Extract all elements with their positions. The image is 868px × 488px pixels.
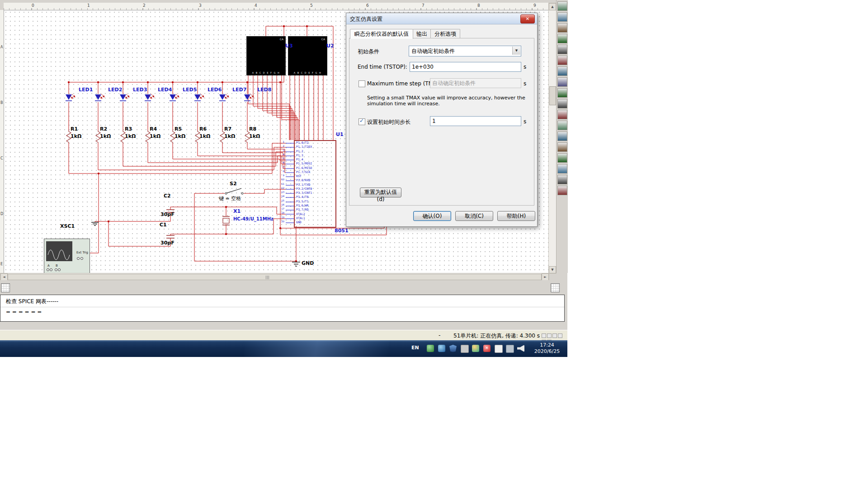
reset-defaults-button[interactable]: 重置为默认值(d) (360, 188, 401, 197)
volume-icon[interactable] (517, 345, 524, 352)
resistor-label[interactable]: R5 (175, 126, 182, 132)
resistor-label[interactable]: R6 (199, 126, 207, 132)
resistor-label[interactable]: R4 (150, 126, 157, 132)
mcu-pin-label: GND (296, 221, 333, 225)
tmax-checkbox[interactable] (359, 80, 365, 87)
ruler-number: 6 (366, 3, 369, 8)
scope-ext-terminal[interactable] (77, 257, 80, 260)
vertical-scroll-thumb[interactable] (549, 86, 556, 105)
led-label[interactable]: LED2 (108, 87, 122, 93)
mcu-pin-label: XTAL1 (296, 216, 333, 221)
bode-plotter-icon[interactable] (557, 56, 567, 65)
clipboard-icon[interactable] (495, 345, 503, 353)
dialog-title: 交互仿真设置 (350, 15, 382, 23)
mcu-pin-label: P3.2/INT0 (296, 187, 333, 191)
antivirus-icon[interactable] (472, 345, 479, 352)
wattmeter-icon[interactable] (557, 23, 567, 33)
capacitor-ref-label[interactable]: C1 (160, 222, 167, 228)
vertical-scrollbar[interactable]: ▲ ▼ (548, 3, 557, 274)
scroll-grip[interactable] (266, 276, 270, 279)
scope-terminal[interactable] (55, 268, 57, 271)
oscilloscope-icon[interactable] (557, 34, 567, 43)
network-analyzer-icon[interactable] (557, 142, 567, 152)
distortion-analyzer-icon[interactable] (557, 121, 567, 130)
oscilloscope-ref-label[interactable]: XSC1 (60, 223, 75, 229)
agilent-generator-icon[interactable] (557, 153, 567, 163)
chevron-down-icon[interactable]: ▼ (512, 47, 520, 55)
scope-terminal[interactable] (50, 268, 52, 271)
ruler-letter: B (0, 101, 3, 105)
end-time-unit: s (524, 64, 526, 70)
spreadsheet-view-icon[interactable] (1, 283, 10, 292)
led-label[interactable]: LED1 (79, 87, 93, 93)
ruler-top: 0 1 2 3 4 5 6 7 8 9 (4, 3, 548, 10)
current-probe-icon[interactable] (557, 186, 567, 195)
cancel-button[interactable]: 取消(C) (455, 211, 493, 221)
defender-shield-icon[interactable] (449, 345, 457, 352)
update-shield-icon[interactable] (427, 345, 434, 352)
initial-conditions-dropdown[interactable]: 自动确定初始条件 ▼ (409, 46, 521, 56)
tab-output[interactable]: 输出 (413, 29, 431, 38)
display-ref-u2[interactable]: U2 (326, 43, 334, 49)
logic-analyzer-icon[interactable] (557, 99, 567, 108)
led-label[interactable]: LED8 (257, 87, 271, 93)
led-label[interactable]: LED7 (232, 87, 246, 93)
agilent-scope-icon[interactable] (557, 175, 567, 184)
panel-corner-icon[interactable] (551, 283, 560, 292)
dropdown-selected-value: 自动确定初始条件 (411, 47, 455, 55)
word-generator-icon[interactable] (557, 77, 567, 87)
close-icon[interactable]: ✕ (520, 14, 535, 23)
help-button[interactable]: 帮助(H) (497, 211, 535, 221)
spectrum-analyzer-icon[interactable] (557, 131, 567, 141)
tmax-note-line2: simulation time will increase. (367, 101, 440, 107)
oscilloscope-xsc1[interactable]: Ext Trig A B (44, 239, 90, 273)
tab-transient-instrument-defaults[interactable]: 瞬态分析仪器的默认值 (350, 29, 413, 39)
display-settings-icon[interactable] (461, 345, 469, 353)
led-label[interactable]: LED4 (158, 87, 172, 93)
logic-converter-icon[interactable] (557, 88, 567, 98)
capacitor-value-label: 30pF (160, 240, 175, 246)
resistor-label[interactable]: R1 (71, 126, 78, 132)
resistor-label[interactable]: R2 (100, 126, 107, 132)
hardware-device-icon[interactable] (506, 345, 514, 353)
initial-step-input[interactable] (430, 116, 521, 126)
resistor-label[interactable]: R3 (125, 126, 132, 132)
scroll-down-icon[interactable]: ▼ (549, 266, 556, 273)
action-center-alert-icon[interactable]: ✕ (483, 345, 491, 352)
mcu-ref-label[interactable]: U1 (336, 131, 344, 137)
scroll-up-icon[interactable]: ▲ (549, 3, 556, 10)
four-channel-scope-icon[interactable] (557, 45, 567, 54)
horizontal-scroll-thumb[interactable] (8, 274, 542, 280)
scroll-left-icon[interactable]: ◄ (0, 273, 8, 281)
function-generator-icon[interactable] (557, 12, 567, 22)
multimeter-icon[interactable] (557, 1, 567, 11)
language-indicator[interactable]: EN (411, 345, 419, 351)
agilent-multimeter-icon[interactable] (557, 164, 567, 174)
led-label[interactable]: LED3 (133, 87, 147, 93)
seven-segment-display-u3[interactable]: CA A B C D E F G H (246, 36, 286, 75)
display-ref-u3[interactable]: U3 (285, 43, 293, 49)
taskbar-clock[interactable]: 17:24 2020/6/25 (528, 342, 566, 355)
scope-terminal[interactable] (58, 268, 61, 271)
end-time-input[interactable] (410, 62, 521, 72)
ruler-number: 7 (422, 3, 425, 8)
resistor-label[interactable]: R7 (224, 126, 231, 132)
switch-ref-label[interactable]: S2 (230, 181, 237, 187)
frequency-counter-icon[interactable] (557, 66, 567, 76)
ok-button[interactable]: 确认(O) (413, 211, 451, 221)
scope-ext-terminal[interactable] (80, 257, 83, 260)
seven-segment-display-u2[interactable]: CA A B C D E F G H (288, 36, 327, 75)
display-ca-label: CA (280, 38, 283, 41)
scope-terminal[interactable] (47, 268, 49, 271)
capacitor-ref-label[interactable]: C2 (164, 193, 171, 199)
tab-analysis-options[interactable]: 分析选项 (430, 29, 460, 38)
crystal-ref-label[interactable]: X1 (233, 208, 241, 214)
scroll-right-icon[interactable]: ► (542, 273, 549, 281)
dialog-titlebar[interactable]: 交互仿真设置 ✕ (346, 13, 537, 24)
network-globe-icon[interactable] (438, 345, 445, 352)
resistor-label[interactable]: R8 (249, 126, 256, 132)
iv-analyzer-icon[interactable] (557, 110, 567, 119)
led-label[interactable]: LED5 (183, 87, 197, 93)
initial-step-checkbox[interactable]: ✓ (359, 118, 365, 125)
led-label[interactable]: LED6 (208, 87, 222, 93)
